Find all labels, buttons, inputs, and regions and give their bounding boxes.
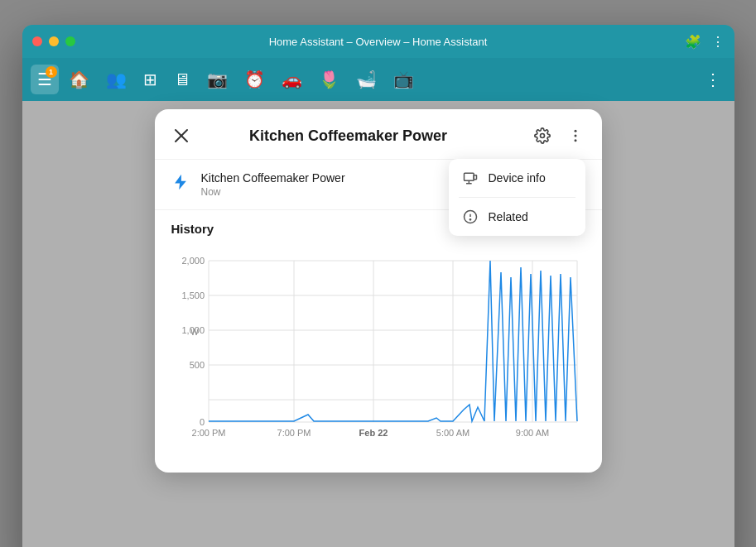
plant-icon: 🌷: [319, 70, 339, 89]
related-icon: [462, 209, 479, 225]
svg-text:500: 500: [189, 360, 204, 370]
window-title: Home Assistant – Overview – Home Assista…: [269, 36, 488, 48]
chart-container: 2,000 1,500 1,000 500 0 W: [171, 244, 585, 459]
history-chart: 2,000 1,500 1,000 500 0 W: [171, 244, 585, 459]
navbar: ☰ 1 🏠 👥 ⊞ 🖥 📷 ⏰ 🚗: [22, 58, 734, 101]
more-options-button[interactable]: [562, 122, 589, 149]
nav-device-button[interactable]: 🖥: [167, 65, 197, 94]
car-icon: 🚗: [282, 70, 302, 89]
svg-point-33: [469, 219, 470, 220]
dialog-header: Kitchen Coffeemaker Power: [155, 109, 602, 160]
extensions-icon[interactable]: 🧩: [685, 34, 701, 50]
grid-icon: ⊞: [143, 70, 157, 89]
gear-icon: [534, 127, 551, 144]
nav-plant-button[interactable]: 🌷: [312, 65, 346, 94]
svg-rect-29: [464, 173, 474, 180]
settings-button[interactable]: [529, 122, 556, 149]
related-label: Related: [489, 210, 528, 223]
device-info-menu-item[interactable]: Device info: [449, 159, 585, 197]
svg-text:5:00 AM: 5:00 AM: [436, 428, 469, 438]
content-area: Kitchen Coffeemaker Power: [22, 101, 734, 547]
notification-badge: 1: [46, 66, 57, 78]
related-menu-item[interactable]: Related: [449, 198, 585, 236]
svg-text:9:00 AM: 9:00 AM: [515, 428, 548, 438]
device-info-icon: [462, 170, 479, 186]
dialog-title: Kitchen Coffeemaker Power: [168, 127, 529, 145]
nav-bath-button[interactable]: 🛁: [349, 65, 383, 94]
svg-point-4: [574, 135, 576, 137]
nav-icons: ☰ 1 🏠 👥 ⊞ 🖥 📷 ⏰ 🚗: [31, 65, 700, 94]
camera-icon: 📷: [207, 70, 228, 89]
nav-car-button[interactable]: 🚗: [275, 65, 309, 94]
dialog-header-actions: [529, 122, 589, 149]
dropdown-menu: Device info Related: [449, 159, 585, 236]
nav-tv-button[interactable]: 📺: [387, 65, 421, 94]
svg-point-3: [574, 130, 576, 132]
entity-info: Kitchen Coffeemaker Power Now: [201, 171, 345, 198]
nav-camera-button[interactable]: 📷: [200, 65, 234, 94]
titlebar-actions: 🧩 ⋮: [685, 34, 725, 50]
vertical-dots-icon: [567, 127, 584, 144]
svg-text:Feb 22: Feb 22: [359, 428, 388, 438]
history-section: History 2,000 1,500 1,000: [155, 210, 602, 473]
svg-text:0: 0: [199, 417, 204, 427]
entity-dialog: Kitchen Coffeemaker Power: [155, 109, 602, 473]
nav-clock-button[interactable]: ⏰: [238, 65, 272, 94]
nav-menu-button[interactable]: ☰ 1: [31, 65, 59, 94]
maximize-window-button[interactable]: [65, 36, 75, 46]
clock-icon: ⏰: [244, 70, 265, 89]
home-icon: 🏠: [69, 70, 89, 89]
nav-home-button[interactable]: 🏠: [62, 65, 96, 94]
traffic-lights: [32, 36, 75, 46]
minimize-window-button[interactable]: [49, 36, 59, 46]
entity-name: Kitchen Coffeemaker Power: [201, 171, 345, 185]
more-options-icon[interactable]: ⋮: [711, 34, 725, 50]
nav-more-button[interactable]: ⋮: [700, 65, 726, 94]
people-icon: 👥: [106, 70, 127, 89]
device-info-label: Device info: [489, 171, 546, 185]
entity-time: Now: [201, 186, 345, 198]
browser-window: Home Assistant – Overview – Home Assista…: [22, 25, 734, 547]
titlebar: Home Assistant – Overview – Home Assista…: [22, 25, 734, 58]
nav-grid-button[interactable]: ⊞: [137, 65, 164, 94]
device-icon: 🖥: [174, 70, 190, 89]
close-window-button[interactable]: [32, 36, 42, 46]
svg-point-5: [574, 139, 576, 142]
svg-rect-30: [474, 175, 476, 180]
nav-people-button[interactable]: 👥: [99, 65, 133, 94]
lightning-icon: [171, 173, 190, 196]
svg-text:2:00 PM: 2:00 PM: [191, 428, 225, 438]
svg-text:W: W: [190, 328, 199, 337]
bath-icon: 🛁: [356, 70, 377, 89]
svg-text:1,500: 1,500: [181, 290, 205, 300]
tv-icon: 📺: [393, 70, 414, 89]
svg-point-2: [540, 134, 544, 138]
svg-text:2,000: 2,000: [181, 256, 205, 266]
svg-text:7:00 PM: 7:00 PM: [277, 428, 311, 438]
